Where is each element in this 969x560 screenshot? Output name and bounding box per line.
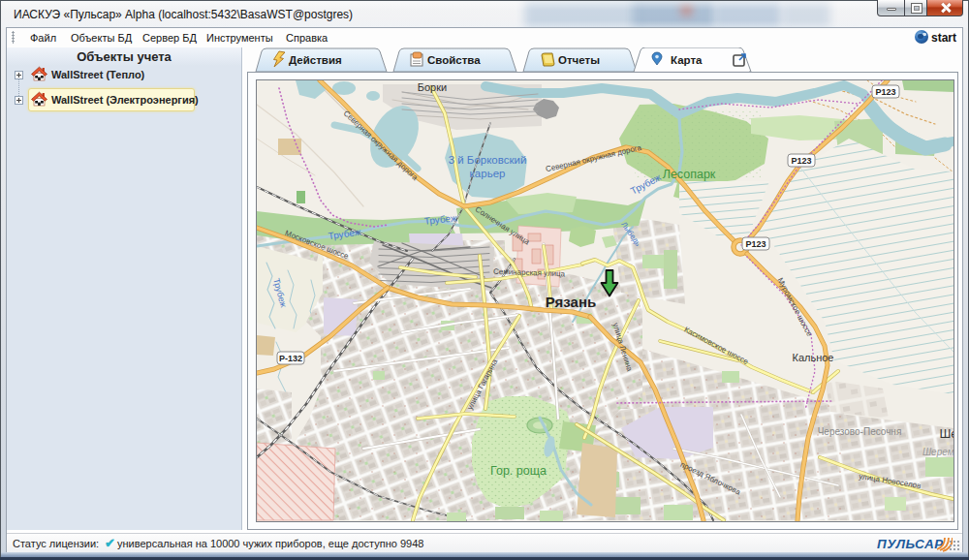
svg-text:Шереме: Шереме [922, 447, 953, 457]
svg-text:Черезово-Песочня: Черезово-Песочня [818, 426, 902, 437]
svg-text:Свойства: Свойства [427, 54, 481, 66]
svg-text:Отчеты: Отчеты [558, 54, 600, 66]
svg-text:3 й Борковский: 3 й Борковский [449, 154, 527, 166]
svg-text:P123: P123 [791, 156, 811, 166]
svg-text:Р-132: Р-132 [279, 354, 302, 363]
svg-text:Кальное: Кальное [793, 352, 834, 363]
svg-text:Рязань: Рязань [546, 294, 596, 310]
svg-text:Карта: Карта [671, 54, 703, 66]
svg-text:P123: P123 [875, 87, 895, 97]
svg-text:Борки: Борки [418, 81, 447, 93]
svg-text:P123: P123 [745, 239, 766, 249]
svg-text:Действия: Действия [289, 54, 342, 66]
svg-text:карьер: карьер [470, 168, 506, 179]
svg-text:Лесопарк: Лесопарк [663, 168, 716, 181]
svg-text:ПУЛЬСАР: ПУЛЬСАР [877, 537, 944, 551]
svg-text:Гор. роща: Гор. роща [490, 464, 547, 478]
svg-text:Ше: Ше [939, 426, 953, 441]
